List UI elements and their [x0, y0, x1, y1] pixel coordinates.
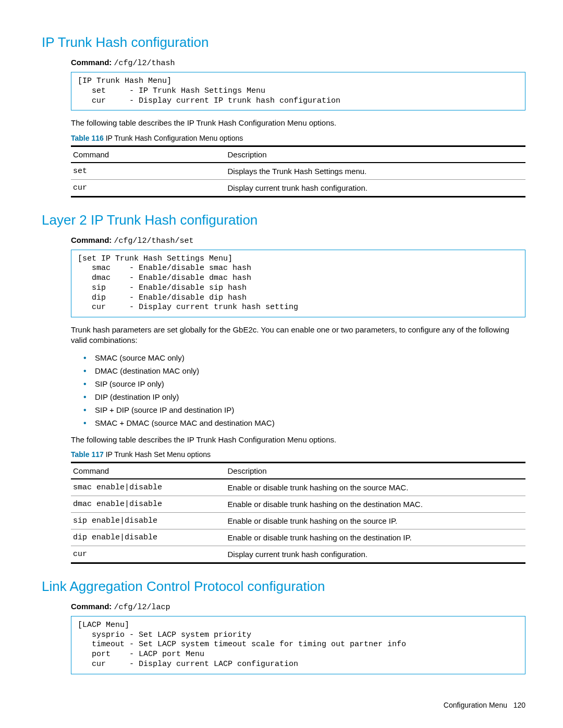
cell-command: sip enable|disable — [71, 512, 225, 529]
th-description: Description — [225, 462, 525, 479]
command-path: /cfg/l2/thash/set — [114, 237, 194, 245]
table-caption-117: Table 117 IP Trunk Hash Set Menu options — [71, 450, 525, 459]
cell-command: dmac enable|disable — [71, 496, 225, 512]
body-text-2b: The following table describes the IP Tru… — [71, 435, 525, 445]
heading-l2-ip-trunk-hash: Layer 2 IP Trunk Hash configuration — [42, 212, 525, 228]
table-row: smac enable|disable Enable or disable tr… — [71, 479, 525, 496]
command-path: /cfg/l2/thash — [114, 59, 175, 68]
cell-description: Enable or disable trunk hashing on the d… — [225, 496, 525, 512]
command-path: /cfg/l2/lacp — [114, 603, 170, 612]
table-row: cur Display current trunk hash configura… — [71, 179, 525, 196]
table-caption-116: Table 116 IP Trunk Hash Configuration Me… — [71, 134, 525, 142]
body-text-1: The following table describes the IP Tru… — [71, 118, 525, 128]
command-line-2: Command: /cfg/l2/thash/set — [71, 236, 525, 245]
page-footer: Configuration Menu 120 — [444, 701, 525, 709]
table-title: IP Trunk Hash Configuration Menu options — [106, 134, 243, 142]
bullet-list: SMAC (source MAC only) DMAC (destination… — [83, 351, 525, 429]
list-item: SMAC + DMAC (source MAC and destination … — [83, 416, 525, 429]
table-row: dip enable|disable Enable or disable tru… — [71, 529, 525, 546]
table-title: IP Trunk Hash Set Menu options — [106, 450, 211, 459]
menu-box-1: [IP Trunk Hash Menu] set - IP Trunk Hash… — [71, 72, 525, 110]
footer-page-number: 120 — [513, 701, 525, 709]
table-row: set Displays the Trunk Hash Settings men… — [71, 163, 525, 180]
cell-command: cur — [71, 546, 225, 563]
table-row: cur Display current trunk hash configura… — [71, 546, 525, 563]
heading-lacp-config: Link Aggregation Control Protocol config… — [42, 578, 525, 595]
page: IP Trunk Hash configuration Command: /cf… — [0, 0, 563, 728]
command-label: Command: — [71, 236, 112, 244]
cell-description: Enable or disable trunk hashing on the s… — [225, 479, 525, 496]
list-item: SIP (source IP only) — [83, 377, 525, 390]
cell-description: Display current trunk hash configuration… — [225, 179, 525, 196]
footer-label: Configuration Menu — [444, 701, 507, 709]
table-row: sip enable|disable Enable or disable tru… — [71, 512, 525, 529]
cell-description: Display current trunk hash configuration… — [225, 546, 525, 563]
th-command: Command — [71, 462, 225, 479]
table-117: Command Description smac enable|disable … — [71, 462, 525, 564]
command-label: Command: — [71, 58, 112, 67]
cell-description: Displays the Trunk Hash Settings menu. — [225, 163, 525, 180]
cell-description: Enable or disable trunk hashing on the s… — [225, 512, 525, 529]
th-command: Command — [71, 146, 225, 163]
th-description: Description — [225, 146, 525, 163]
cell-command: dip enable|disable — [71, 529, 225, 546]
command-label: Command: — [71, 602, 112, 611]
table-row: dmac enable|disable Enable or disable tr… — [71, 496, 525, 512]
menu-box-2: [set IP Trunk Hash Settings Menu] smac -… — [71, 250, 525, 318]
list-item: DMAC (destination MAC only) — [83, 364, 525, 377]
command-line-3: Command: /cfg/l2/lacp — [71, 602, 525, 612]
heading-ip-trunk-hash: IP Trunk Hash configuration — [42, 34, 525, 51]
menu-box-3: [LACP Menu] sysprio - Set LACP system pr… — [71, 616, 525, 674]
body-text-2a: Trunk hash parameters are set globally f… — [71, 325, 525, 346]
cell-description: Enable or disable trunk hashing on the d… — [225, 529, 525, 546]
table-number: Table 117 — [71, 450, 104, 459]
list-item: DIP (destination IP only) — [83, 390, 525, 403]
cell-command: set — [71, 163, 225, 180]
cell-command: cur — [71, 179, 225, 196]
table-116: Command Description set Displays the Tru… — [71, 145, 525, 198]
list-item: SIP + DIP (source IP and destination IP) — [83, 403, 525, 416]
command-line-1: Command: /cfg/l2/thash — [71, 58, 525, 68]
list-item: SMAC (source MAC only) — [83, 351, 525, 364]
table-number: Table 116 — [71, 134, 104, 142]
cell-command: smac enable|disable — [71, 479, 225, 496]
